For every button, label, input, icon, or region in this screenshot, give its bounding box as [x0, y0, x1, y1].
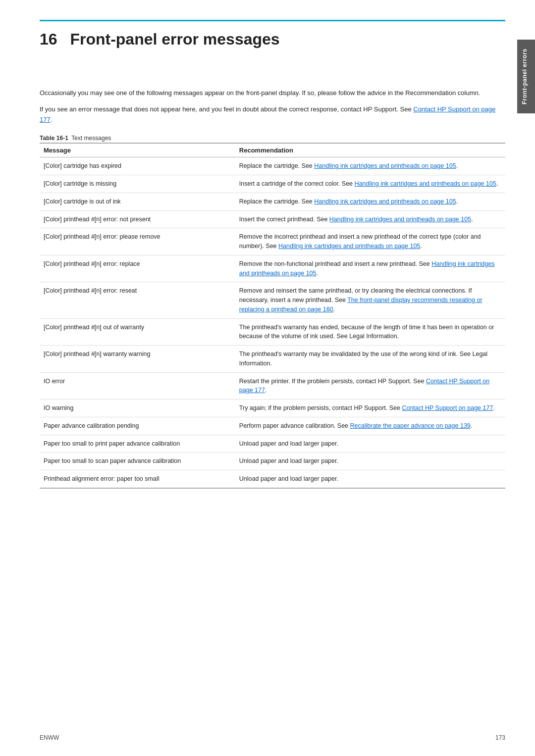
table-row: [Color] cartridge is missingInsert a car… [40, 175, 505, 193]
rec-text: Insert a cartridge of the correct color.… [239, 180, 355, 187]
table-cell-recommendation: The printhead's warranty may be invalida… [235, 346, 505, 373]
rec-text: Try again; if the problem persists, cont… [239, 404, 402, 411]
rec-link[interactable]: Handling ink cartridges and printheads o… [329, 216, 471, 223]
chapter-header: 16 Front-panel error messages [40, 20, 505, 49]
table-cell-recommendation: Perform paper advance calibration. See R… [235, 417, 505, 435]
table-row: Paper too small to print paper advance c… [40, 435, 505, 453]
rec-text: Replace the cartridge. See [239, 198, 314, 205]
table-cell-recommendation: Unload paper and load larger paper. [235, 453, 505, 470]
rec-text: Replace the cartridge. See [239, 162, 314, 169]
table-header-row: Message Recommendation [40, 143, 505, 157]
table-cell-recommendation: Remove the non-functional printhead and … [235, 255, 505, 282]
rec-text: Insert the correct printhead. See [239, 216, 329, 223]
table-cell-recommendation: Insert the correct printhead. See Handli… [235, 210, 505, 228]
table-cell-message: [Color] printhead #[n] warranty warning [40, 346, 235, 373]
intro-paragraph1: Occasionally you may see one of the foll… [40, 88, 505, 99]
text-messages-table: Message Recommendation [Color] cartridge… [40, 143, 505, 489]
table-row: IO errorRestart the printer. If the prob… [40, 372, 505, 400]
table-cell-message: Paper too small to scan paper advance ca… [40, 453, 235, 470]
col-header-message: Message [40, 143, 235, 157]
table-cell-message: [Color] cartridge is out of ink [40, 193, 235, 210]
table-row: [Color] cartridge has expiredReplace the… [40, 157, 505, 175]
page-footer: ENWW 173 [40, 734, 505, 741]
rec-after: . [317, 270, 318, 277]
table-row: [Color] printhead #[n] out of warrantyTh… [40, 318, 505, 346]
table-row: IO warningTry again; if the problem pers… [40, 400, 505, 417]
table-caption: Table 16-1 Text messages [40, 135, 505, 142]
chapter-number: 16 [40, 30, 57, 49]
table-cell-recommendation: Insert a cartridge of the correct color.… [235, 175, 505, 193]
footer-page-number: 173 [495, 734, 505, 741]
table-cell-recommendation: Try again; if the problem persists, cont… [235, 400, 505, 417]
table-row: Paper advance calibration pendingPerform… [40, 417, 505, 435]
footer-enww: ENWW [40, 734, 59, 741]
rec-text: Perform paper advance calibration. See [239, 422, 350, 429]
chapter-heading: 16 Front-panel error messages [40, 30, 505, 49]
rec-after: . [333, 306, 335, 313]
table-row: [Color] printhead #[n] error: replaceRem… [40, 255, 505, 282]
intro-p2-text: If you see an error message that does no… [40, 105, 413, 113]
rec-after: . [471, 422, 472, 429]
table-cell-recommendation: The printhead's warranty has ended, beca… [235, 318, 505, 346]
page-container: Front-panel errors 16 Front-panel error … [0, 0, 535, 756]
table-cell-message: [Color] printhead #[n] error: please rem… [40, 228, 235, 255]
side-tab: Front-panel errors [517, 40, 535, 113]
table-cell-message: Paper too small to print paper advance c… [40, 435, 235, 453]
rec-after: . [471, 216, 473, 223]
col-header-recommendation: Recommendation [235, 143, 505, 157]
rec-text: Restart the printer. If the problem pers… [239, 378, 426, 385]
rec-link[interactable]: Handling ink cartridges and printheads o… [314, 162, 456, 169]
rec-after: . [493, 404, 494, 411]
table-cell-recommendation: Unload paper and load larger paper. [235, 470, 505, 488]
rec-after: . [456, 198, 458, 205]
rec-link[interactable]: Handling ink cartridges and printheads o… [355, 180, 496, 187]
table-row: Printhead alignment error: paper too sma… [40, 470, 505, 488]
table-cell-message: [Color] printhead #[n] error: replace [40, 255, 235, 282]
intro-paragraph2: If you see an error message that does no… [40, 104, 505, 125]
table-row: [Color] printhead #[n] error: not presen… [40, 210, 505, 228]
table-cell-message: [Color] printhead #[n] out of warranty [40, 318, 235, 346]
table-cell-message: [Color] cartridge has expired [40, 157, 235, 175]
table-caption-prefix: Table 16-1 [40, 135, 68, 142]
table-cell-recommendation: Remove the incorrect printhead and inser… [235, 228, 505, 255]
rec-link[interactable]: Handling ink cartridges and printheads o… [278, 243, 420, 250]
table-cell-message: Printhead alignment error: paper too sma… [40, 470, 235, 488]
intro-p2-end: . [51, 116, 53, 123]
table-caption-name: Text messages [71, 135, 111, 142]
rec-after: . [496, 180, 498, 187]
table-cell-message: IO warning [40, 400, 235, 417]
table-cell-message: [Color] printhead #[n] error: reseat [40, 282, 235, 318]
table-row: [Color] printhead #[n] error: please rem… [40, 228, 505, 255]
table-row: [Color] cartridge is out of inkReplace t… [40, 193, 505, 210]
table-cell-recommendation: Replace the cartridge. See Handling ink … [235, 157, 505, 175]
chapter-title: Front-panel error messages [61, 30, 280, 49]
rec-after: . [420, 243, 422, 250]
side-tab-label: Front-panel errors [521, 49, 528, 104]
table-row: Paper too small to scan paper advance ca… [40, 453, 505, 470]
table-cell-message: IO error [40, 372, 235, 400]
table-cell-recommendation: Unload paper and load larger paper. [235, 435, 505, 453]
table-row: [Color] printhead #[n] warranty warningT… [40, 346, 505, 373]
rec-link[interactable]: Recalibrate the paper advance on page 13… [350, 422, 471, 429]
rec-link[interactable]: Contact HP Support on page 177 [402, 404, 493, 411]
rec-after: . [456, 162, 458, 169]
table-cell-recommendation: Replace the cartridge. See Handling ink … [235, 193, 505, 210]
table-cell-message: Paper advance calibration pending [40, 417, 235, 435]
content-area: 16 Front-panel error messages Occasional… [40, 0, 505, 489]
table-cell-message: [Color] printhead #[n] error: not presen… [40, 210, 235, 228]
table-row: [Color] printhead #[n] error: reseatRemo… [40, 282, 505, 318]
table-cell-recommendation: Remove and reinsert the same printhead, … [235, 282, 505, 318]
rec-after: . [265, 387, 267, 394]
table-cell-message: [Color] cartridge is missing [40, 175, 235, 193]
rec-link[interactable]: Handling ink cartridges and printheads o… [314, 198, 456, 205]
table-cell-recommendation: Restart the printer. If the problem pers… [235, 372, 505, 400]
rec-text: Remove the non-functional printhead and … [239, 260, 431, 267]
